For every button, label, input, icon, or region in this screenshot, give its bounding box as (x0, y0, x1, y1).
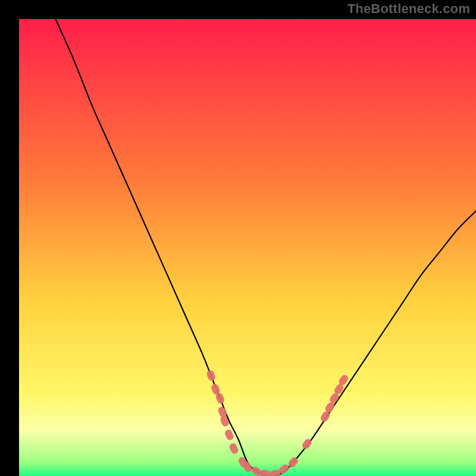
gradient-background (19, 19, 476, 476)
watermark-text: TheBottleneck.com (347, 1, 470, 17)
chart-frame (10, 10, 466, 466)
bottleneck-chart (19, 19, 476, 476)
